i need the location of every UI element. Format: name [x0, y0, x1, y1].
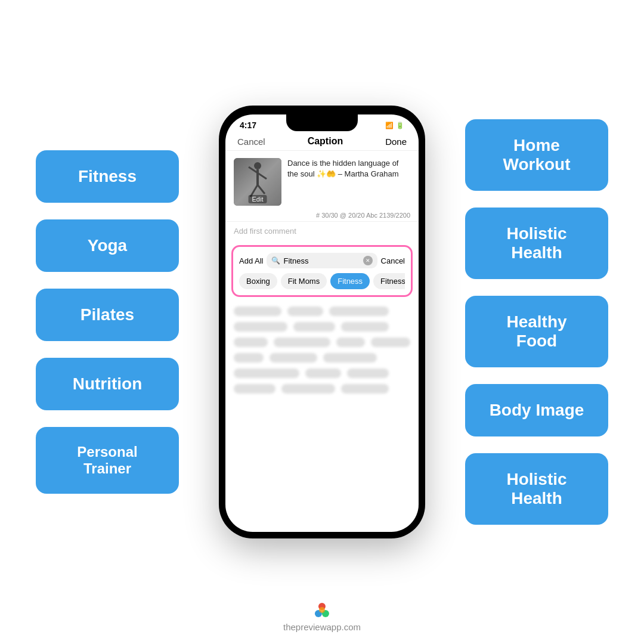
- add-all-button[interactable]: Add All: [239, 256, 263, 265]
- caption-done-button[interactable]: Done: [385, 137, 407, 147]
- post-preview: Edit Dance is the hidden language of the…: [225, 151, 419, 210]
- phone-screen: 4:17 📶 🔋 Cancel Caption Done: [225, 114, 419, 532]
- char-count-text: # 30/30 @ 20/20 Abc 2139/2200: [316, 212, 410, 219]
- svg-point-0: [254, 162, 261, 169]
- search-cancel-button[interactable]: Cancel: [381, 256, 405, 265]
- search-clear-button[interactable]: ✕: [363, 256, 373, 265]
- bottom-branding: thepreviewapp.com: [283, 600, 361, 632]
- right-tags: Home Workout Holistic Health Healthy Foo…: [465, 0, 608, 644]
- hashtag-top-row: Add All 🔍 Fitness ✕ Cancel: [239, 253, 405, 268]
- status-icons: 📶 🔋: [385, 122, 404, 129]
- status-time: 4:17: [240, 120, 256, 130]
- caption-bar: Cancel Caption Done: [225, 132, 419, 151]
- battery-icon: 🔋: [396, 122, 404, 129]
- left-tags: Fitness Yoga Pilates Nutrition Personal …: [36, 0, 179, 644]
- hashtag-search-field[interactable]: 🔍 Fitness ✕: [267, 253, 377, 268]
- tag-yoga[interactable]: Yoga: [36, 219, 179, 272]
- tag-holistic-health-1[interactable]: Holistic Health: [465, 208, 608, 279]
- hashtag-search-area: Add All 🔍 Fitness ✕ Cancel Boxing Fit Mo…: [231, 245, 413, 297]
- wifi-icon: 📶: [385, 122, 394, 129]
- caption-title: Caption: [308, 136, 343, 147]
- page-wrapper: Fitness Yoga Pilates Nutrition Personal …: [0, 0, 644, 644]
- tag-fitness[interactable]: Fitness: [36, 150, 179, 203]
- svg-line-5: [258, 185, 265, 194]
- caption-cancel-button[interactable]: Cancel: [237, 137, 265, 147]
- search-icon: 🔍: [271, 256, 280, 265]
- chip-fitness-girl[interactable]: Fitness Girl: [373, 273, 405, 289]
- chip-boxing[interactable]: Boxing: [239, 273, 277, 289]
- post-caption-text[interactable]: Dance is the hidden language of the soul…: [287, 158, 410, 206]
- char-count-bar: # 30/30 @ 20/20 Abc 2139/2200: [225, 210, 419, 221]
- chip-fit-moms[interactable]: Fit Moms: [281, 273, 327, 289]
- tag-body-image[interactable]: Body Image: [465, 384, 608, 436]
- brand-logo: [312, 600, 332, 620]
- phone-frame: 4:17 📶 🔋 Cancel Caption Done: [221, 107, 423, 537]
- first-comment-input[interactable]: Add first comment: [225, 221, 419, 240]
- tag-personal-trainer[interactable]: Personal Trainer: [36, 427, 179, 494]
- tag-pilates[interactable]: Pilates: [36, 289, 179, 341]
- tag-home-workout[interactable]: Home Workout: [465, 119, 608, 191]
- chip-fitness[interactable]: Fitness: [330, 273, 370, 289]
- edit-label[interactable]: Edit: [249, 195, 267, 203]
- tag-nutrition[interactable]: Nutrition: [36, 358, 179, 410]
- phone-notch: [286, 114, 358, 131]
- svg-line-3: [258, 173, 267, 179]
- brand-url: thepreviewapp.com: [283, 622, 361, 632]
- search-input-value: Fitness: [283, 256, 360, 265]
- tag-healthy-food[interactable]: Healthy Food: [465, 296, 608, 367]
- svg-point-9: [319, 607, 325, 613]
- hashtag-list: [225, 302, 419, 532]
- post-thumbnail[interactable]: Edit: [234, 158, 281, 206]
- hashtag-chips: Boxing Fit Moms Fitness Fitness Girl Go: [239, 273, 405, 289]
- tag-holistic-health-2[interactable]: Holistic Health: [465, 453, 608, 525]
